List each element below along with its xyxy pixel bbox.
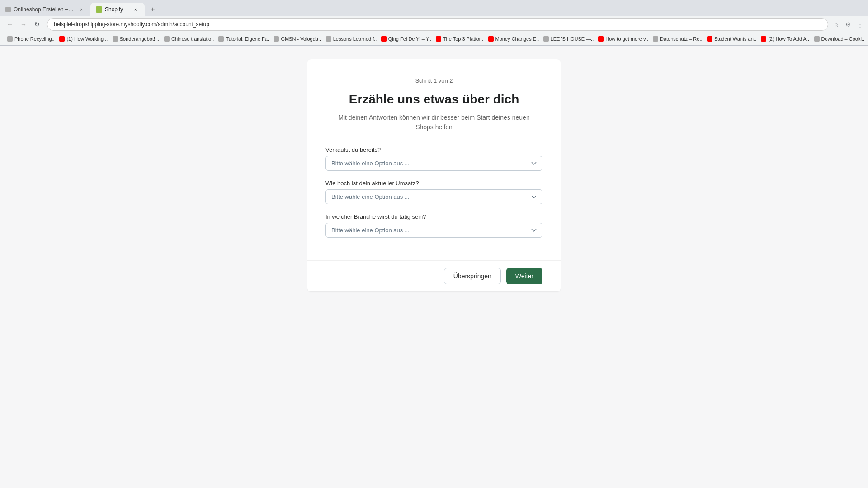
bookmark-14[interactable]: Student Wants an... — [703, 35, 756, 42]
tab-2[interactable]: Shopify × — [90, 3, 145, 16]
bookmark-1-title: Phone Recycling... — [14, 36, 55, 42]
forward-button[interactable]: → — [17, 18, 30, 31]
page-content: Schritt 1 von 2 Erzähle uns etwas über d… — [0, 46, 868, 488]
next-button[interactable]: Weiter — [506, 268, 542, 284]
select-umsatz[interactable]: Bitte wähle eine Option aus ... — [326, 189, 542, 204]
bookmarks-bar: Phone Recycling... (1) How Working ... S… — [0, 33, 868, 45]
tab-2-favicon — [96, 6, 102, 13]
reload-button[interactable]: ↻ — [31, 18, 43, 31]
tab-bar: Onlineshop Erstellen – Einfa... × Shopif… — [0, 0, 868, 16]
label-branche: In welcher Branche wirst du tätig sein? — [326, 213, 542, 220]
bookmark-10-title: Money Changes E... — [495, 36, 539, 42]
page-title: Erzähle uns etwas über dich — [326, 91, 542, 108]
bookmark-13[interactable]: Datenschutz – Re... — [649, 35, 703, 42]
tab-2-close[interactable]: × — [132, 6, 139, 13]
tab-1[interactable]: Onlineshop Erstellen – Einfa... × — [0, 3, 90, 16]
bookmark-6-title: GMSN - Vologda... — [281, 36, 321, 42]
bookmark-4[interactable]: Chinese translatio... — [160, 35, 214, 42]
setup-card: Schritt 1 von 2 Erzähle uns etwas über d… — [307, 59, 561, 291]
bookmark-3[interactable]: Sonderangebot! ... — [109, 35, 160, 42]
bookmark-12-title: How to get more v... — [605, 36, 648, 42]
card-main: Schritt 1 von 2 Erzähle uns etwas über d… — [307, 59, 561, 260]
bookmark-5-title: Tutorial: Eigene Fa... — [226, 36, 269, 42]
bookmark-3-favicon — [113, 36, 118, 42]
tab-1-close[interactable]: × — [78, 6, 85, 13]
bookmark-2-title: (1) How Working ... — [66, 36, 108, 42]
bookmark-9-favicon — [436, 36, 441, 42]
step-indicator: Schritt 1 von 2 — [326, 77, 542, 84]
bookmark-7-title: Lessons Learned f... — [333, 36, 377, 42]
bookmark-9[interactable]: The Top 3 Platfor... — [432, 35, 484, 42]
bookmark-14-favicon — [707, 36, 712, 42]
form-group-2: Wie hoch ist dein aktueller Umsatz? Bitt… — [326, 180, 542, 204]
bookmark-star-icon[interactable]: ☆ — [832, 20, 841, 29]
bookmark-5-favicon — [218, 36, 224, 42]
select-verkaufst[interactable]: Bitte wähle eine Option aus ... — [326, 156, 542, 171]
tab-1-title: Onlineshop Erstellen – Einfa... — [14, 6, 75, 13]
back-button[interactable]: ← — [4, 18, 16, 31]
bookmark-1[interactable]: Phone Recycling... — [4, 35, 55, 42]
bookmark-15[interactable]: (2) How To Add A... — [757, 35, 809, 42]
bookmark-11-favicon — [543, 36, 549, 42]
bookmark-11-title: LEE 'S HOUSE —... — [551, 36, 594, 42]
skip-button[interactable]: Überspringen — [444, 268, 501, 284]
bookmark-9-title: The Top 3 Platfor... — [443, 36, 484, 42]
label-verkaufst: Verkaufst du bereits? — [326, 146, 542, 153]
address-text: beispiel-dropshipping-store.myshopify.co… — [54, 21, 209, 28]
bookmark-7[interactable]: Lessons Learned f... — [322, 35, 377, 42]
bookmark-14-title: Student Wants an... — [714, 36, 756, 42]
bookmark-15-title: (2) How To Add A... — [768, 36, 809, 42]
form-group-1: Verkaufst du bereits? Bitte wähle eine O… — [326, 146, 542, 171]
menu-icon[interactable]: ⋮ — [855, 20, 864, 29]
bookmark-4-title: Chinese translatio... — [171, 36, 214, 42]
bookmark-3-title: Sonderangebot! ... — [120, 36, 160, 42]
bookmark-12[interactable]: How to get more v... — [594, 35, 648, 42]
bookmark-16-title: Download – Cooki... — [821, 36, 864, 42]
bookmark-13-title: Datenschutz – Re... — [660, 36, 703, 42]
bookmark-7-favicon — [326, 36, 331, 42]
bookmark-13-favicon — [653, 36, 658, 42]
tab-1-favicon — [5, 7, 11, 12]
nav-buttons: ← → ↻ — [4, 18, 43, 31]
browser-actions: ☆ ⚙ ⋮ — [832, 20, 864, 29]
select-branche[interactable]: Bitte wähle eine Option aus ... — [326, 223, 542, 238]
card-footer: Überspringen Weiter — [307, 260, 561, 291]
bookmark-5[interactable]: Tutorial: Eigene Fa... — [215, 35, 269, 42]
tab-2-title: Shopify — [105, 6, 129, 13]
address-bar[interactable]: beispiel-dropshipping-store.myshopify.co… — [47, 18, 828, 31]
bookmark-8[interactable]: Qing Fei De Yi – Y... — [377, 35, 431, 42]
extensions-icon[interactable]: ⚙ — [844, 20, 853, 29]
bookmark-8-title: Qing Fei De Yi – Y... — [388, 36, 431, 42]
bookmark-2-favicon — [59, 36, 65, 42]
bookmark-2[interactable]: (1) How Working ... — [56, 35, 108, 42]
bookmark-11[interactable]: LEE 'S HOUSE —... — [540, 35, 594, 42]
bookmark-16-favicon — [814, 36, 820, 42]
bookmark-10[interactable]: Money Changes E... — [485, 35, 539, 42]
new-tab-button[interactable]: + — [146, 3, 159, 16]
bookmark-12-favicon — [598, 36, 604, 42]
page-subtitle: Mit deinen Antworten können wir dir bess… — [326, 113, 542, 132]
bookmark-4-favicon — [164, 36, 170, 42]
label-umsatz: Wie hoch ist dein aktueller Umsatz? — [326, 180, 542, 187]
browser-chrome: Onlineshop Erstellen – Einfa... × Shopif… — [0, 0, 868, 46]
address-bar-row: ← → ↻ beispiel-dropshipping-store.myshop… — [0, 16, 868, 33]
bookmark-6[interactable]: GMSN - Vologda... — [270, 35, 321, 42]
bookmark-6-favicon — [274, 36, 279, 42]
bookmark-16[interactable]: Download – Cooki... — [811, 35, 864, 42]
bookmark-15-favicon — [761, 36, 766, 42]
bookmark-8-favicon — [381, 36, 387, 42]
form-group-3: In welcher Branche wirst du tätig sein? … — [326, 213, 542, 238]
bookmark-10-favicon — [488, 36, 494, 42]
bookmark-1-favicon — [7, 36, 13, 42]
